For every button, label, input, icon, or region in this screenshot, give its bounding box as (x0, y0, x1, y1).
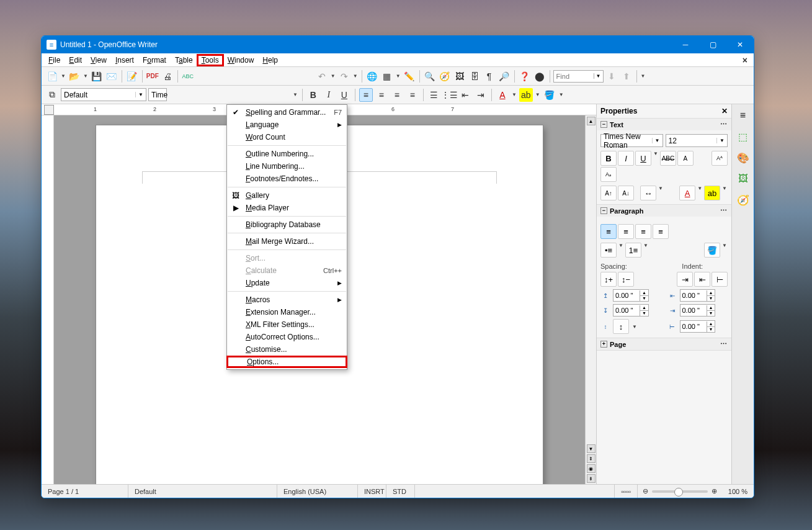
close-document-button[interactable]: × (739, 54, 751, 66)
status-lang[interactable]: English (USA) (277, 485, 358, 498)
tools-menu-macros[interactable]: Macros▶ (227, 294, 347, 306)
zoom-slider[interactable] (652, 490, 708, 493)
first-line-input[interactable]: ▲▼ (680, 320, 716, 333)
align-left-icon[interactable]: ≡ (359, 88, 373, 102)
sidebar-super-icon[interactable]: Aᴬ (712, 151, 728, 166)
para-align-right-icon[interactable]: ≡ (635, 224, 651, 239)
scroll-up-icon[interactable]: ▲ (587, 117, 596, 125)
indent-left-input[interactable]: ▲▼ (680, 289, 716, 302)
menu-insert[interactable]: Insert (111, 55, 138, 66)
spellcheck-icon[interactable]: ABC (181, 70, 195, 83)
zoom-out-icon[interactable]: ⊖ (643, 487, 648, 495)
increase-indent-icon[interactable]: ⇥ (474, 88, 488, 102)
menu-tools[interactable]: Tools (197, 55, 223, 66)
font-color-icon[interactable]: A (496, 88, 509, 102)
bg-color-icon[interactable]: 🪣 (543, 88, 556, 102)
para-align-center-icon[interactable]: ≡ (618, 224, 634, 239)
text-more-icon[interactable]: ⋯ (720, 120, 728, 128)
vertical-scrollbar[interactable]: ▲ ▼ ⇞ ◉ ⇟ (585, 115, 596, 484)
italic-icon[interactable]: I (322, 88, 336, 102)
sidebar-menu-icon[interactable]: ≡ (736, 108, 751, 123)
page-down-icon[interactable]: ⇟ (587, 474, 596, 483)
highlight-icon[interactable]: ab (519, 88, 533, 102)
tools-menu-outline-numbering[interactable]: Outline Numbering... (227, 148, 347, 160)
sidebar-spacing-icon[interactable]: ↔ (640, 186, 656, 200)
status-style[interactable]: Default (128, 485, 277, 498)
sidebar-fontsize-combo[interactable]: 12▼ (666, 134, 728, 147)
maximize-button[interactable]: ▢ (699, 36, 726, 53)
close-button[interactable]: ✕ (726, 36, 754, 53)
find-replace-icon[interactable]: 🔍 (423, 70, 437, 83)
scroll-down-icon[interactable]: ▼ (587, 444, 596, 453)
navigator-tab-icon[interactable]: 🧭 (736, 192, 751, 207)
status-std[interactable]: STD (386, 485, 415, 498)
tools-menu-spelling-and-grammar[interactable]: ✔Spelling and Grammar...F7 (227, 106, 347, 119)
print-icon[interactable]: 🖨 (161, 70, 174, 83)
tools-menu-gallery[interactable]: 🖼Gallery (227, 189, 347, 202)
underline-icon[interactable]: U (337, 88, 351, 102)
decrease-indent-icon[interactable]: ⇤ (458, 88, 472, 102)
gallery-tab-icon[interactable]: 🖼 (736, 171, 751, 186)
dec-spacing-icon[interactable]: ↕− (618, 272, 634, 287)
inc-indent-icon[interactable]: ⇥ (677, 272, 693, 287)
sidebar-grow-icon[interactable]: A↑ (600, 186, 617, 200)
align-right-icon[interactable]: ≡ (390, 88, 404, 102)
pdf-export-icon[interactable]: PDF (146, 70, 159, 83)
para-bullets-icon[interactable]: •≡ (600, 243, 617, 258)
find-dropdown-icon[interactable]: ▼ (594, 73, 603, 79)
hanging-indent-icon[interactable]: ⊢ (712, 272, 728, 287)
open-icon[interactable]: 📂 (68, 70, 81, 83)
undo-icon[interactable]: ↶ (315, 70, 329, 83)
para-bgcolor-icon[interactable]: 🪣 (704, 243, 720, 258)
minimize-button[interactable]: ─ (672, 36, 699, 53)
inc-spacing-icon[interactable]: ↕+ (600, 272, 617, 287)
tools-menu-update[interactable]: Update▶ (227, 277, 347, 289)
page-up-icon[interactable]: ⇞ (587, 454, 596, 463)
sidebar-shrink-icon[interactable]: A↓ (618, 186, 634, 200)
new-doc-icon[interactable]: 📄 (45, 70, 59, 83)
tools-menu-customise[interactable]: Customise... (227, 343, 347, 356)
find-box[interactable]: ▼ (553, 70, 604, 83)
para-align-left-icon[interactable]: ≡ (600, 224, 617, 239)
mail-icon[interactable]: ✉️ (105, 70, 118, 83)
tools-menu-options[interactable]: Options... (226, 356, 347, 368)
styles-dropdown-icon[interactable]: ⧉ (45, 88, 59, 102)
paragraph-more-icon[interactable]: ⋯ (720, 207, 728, 215)
paragraph-section-header[interactable]: − Paragraph ⋯ (597, 205, 731, 217)
sidebar-strike-icon[interactable]: ABC (660, 151, 676, 166)
tools-menu-xml-filter-settings[interactable]: XML Filter Settings... (227, 318, 347, 331)
tools-menu-word-count[interactable]: Word Count (227, 131, 347, 143)
whatsthis-icon[interactable]: ⬤ (533, 70, 547, 83)
menu-edit[interactable]: Edit (65, 55, 86, 66)
numbered-list-icon[interactable]: ☰ (427, 88, 441, 102)
edit-file-icon[interactable]: 📝 (125, 70, 139, 83)
sidebar-underline-icon[interactable]: U (635, 151, 651, 166)
tools-menu-footnotes-endnotes[interactable]: Footnotes/Endnotes... (227, 173, 347, 185)
gallery-icon[interactable]: 🖼 (453, 70, 466, 83)
styles-tab-icon[interactable]: 🎨 (736, 150, 751, 165)
nav-icon[interactable]: ◉ (587, 464, 596, 473)
page-more-icon[interactable]: ⋯ (720, 340, 728, 348)
properties-tab-icon[interactable]: ⬚ (736, 129, 751, 144)
space-below-input[interactable]: ▲▼ (613, 304, 649, 317)
zoom-value[interactable]: 100 % (722, 485, 754, 498)
align-justify-icon[interactable]: ≡ (406, 88, 419, 102)
menu-window[interactable]: Window (223, 55, 259, 66)
line-spacing-btn[interactable]: ↕ (613, 319, 629, 334)
para-align-justify-icon[interactable]: ≡ (653, 224, 669, 239)
zoom-control[interactable]: ⊖ ⊕ (638, 485, 722, 498)
indent-right-input[interactable]: ▲▼ (680, 304, 716, 317)
zoom-icon[interactable]: 🔎 (497, 70, 511, 83)
nonprinting-icon[interactable]: ¶ (483, 70, 496, 83)
tools-menu-extension-manager[interactable]: Extension Manager... (227, 306, 347, 318)
help-icon[interactable]: ❓ (518, 70, 532, 83)
draw-icon[interactable]: ✏️ (403, 70, 416, 83)
align-center-icon[interactable]: ≡ (375, 88, 388, 102)
paragraph-style-combo[interactable]: Default ▼ (61, 88, 146, 101)
menu-help[interactable]: Help (258, 55, 282, 66)
sidebar-fontcolor-icon[interactable]: A (679, 186, 695, 200)
bullet-list-icon[interactable]: ⋮☰ (443, 88, 457, 102)
para-numbers-icon[interactable]: 1≡ (625, 243, 641, 258)
tools-menu-bibliography-database[interactable]: Bibliography Database (227, 218, 347, 231)
menu-table[interactable]: Table (171, 55, 197, 66)
